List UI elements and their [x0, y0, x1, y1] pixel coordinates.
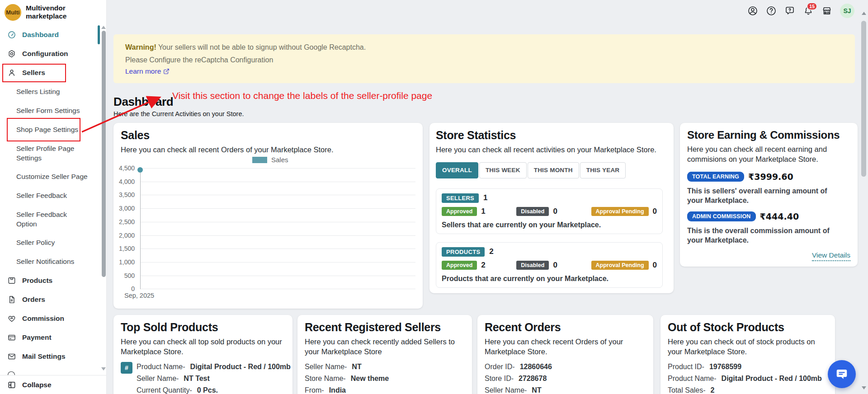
sidebar-item-label: Mail Settings [22, 352, 66, 361]
y-tick: 2,000 [111, 232, 135, 239]
products-total: 2 [489, 247, 493, 256]
view-details-link[interactable]: View Details [812, 251, 850, 261]
sidebar-item-seller-feedback[interactable]: Seller Feedback [0, 186, 101, 205]
sidebar-item-sellers[interactable]: Sellers [0, 63, 101, 82]
sidebar-item-label: Shop Page Settings [16, 126, 78, 134]
collapse-label: Collapse [22, 381, 52, 389]
y-tick: 500 [111, 272, 135, 279]
tab-this-year[interactable]: THIS YEAR [580, 162, 626, 178]
tab-this-month[interactable]: THIS MONTH [528, 162, 579, 178]
detail-row: Seller Name- NT [305, 361, 389, 373]
sidebar-item-label: Seller Notifications [16, 258, 74, 266]
brand: Multi Multivendor marketplace [0, 0, 106, 24]
credit-card-icon [7, 333, 16, 342]
sidebar-scroll-down-arrow[interactable] [101, 367, 106, 371]
collapse-panel-icon [7, 380, 16, 389]
disabled-badge: Disabled [516, 207, 549, 216]
detail-row: Product Name- Digital Product - Red / 10… [137, 361, 291, 373]
recaptcha-warning-banner: Warning! Your sellers will not be able t… [113, 34, 855, 83]
sidebar-item-label: Payment [22, 333, 52, 342]
chat-bubble-icon [835, 367, 849, 381]
y-tick: 1,000 [111, 258, 135, 266]
sidebar-item-seller-profile-page-settings[interactable]: Seller Profile Page Settings [0, 139, 101, 167]
warning-line2: Please Configure the reCaptcha Configura… [125, 54, 843, 66]
sidebar-item-shop-page-settings[interactable]: Shop Page Settings [0, 120, 101, 139]
warning-message: Your sellers will not be able to signup … [158, 43, 366, 51]
help-button[interactable] [766, 5, 777, 16]
total-earning-description: This is sellers' overall earning amount … [687, 186, 844, 205]
approval-pending-badge: Approval Pending [591, 261, 649, 270]
user-account-button[interactable] [747, 5, 758, 16]
sidebar-item-label: Dashboard [22, 31, 59, 39]
store-earning-card: Store Earning & Commissions Here you can… [680, 123, 858, 267]
card-subtitle: Here you can check all top sold products… [121, 337, 285, 356]
gear-icon [7, 49, 16, 58]
recent-orders-card: Recent Orders Here you can check recent … [477, 315, 653, 394]
page-scroll-up-arrow[interactable] [862, 12, 866, 15]
top-sold-products-card: Top Sold Products Here you can check all… [113, 315, 292, 394]
notification-count-badge: 15 [807, 2, 817, 10]
sidebar-item-label: Sellers [22, 69, 45, 77]
sidebar-item-seller-policy[interactable]: Seller Policy [0, 233, 101, 252]
tab-overall[interactable]: OVERALL [436, 162, 478, 178]
help-circle-icon [766, 5, 777, 16]
y-tick: 3,500 [111, 191, 135, 198]
sellers-badge: SELLERS [442, 193, 479, 203]
sidebar-item-customize-seller-page[interactable]: Customize Seller Page [0, 167, 101, 186]
total-earning-badge: TOTAL EARNING [687, 172, 744, 182]
store-statistics-subtitle: Here you can check all recent activities… [436, 145, 667, 155]
sidebar-item-label: Orders [22, 296, 45, 304]
admin-commission-value: ₹444.40 [760, 211, 799, 221]
sidebar-item-sellers-listing[interactable]: Sellers Listing [0, 82, 101, 101]
storefront-button[interactable] [821, 5, 832, 16]
approval-pending-badge: Approval Pending [591, 207, 649, 216]
chat-fab-button[interactable] [828, 360, 856, 388]
sidebar-nav: Dashboard Configuration Sellers Sellers … [0, 25, 101, 375]
card-title: Top Sold Products [121, 321, 285, 334]
sidebar-item-commission[interactable]: Commission [0, 309, 101, 328]
pending-count: 0 [653, 261, 657, 270]
sidebar-item-label: Configuration [22, 50, 68, 58]
products-badge: PRODUCTS [442, 247, 485, 257]
sidebar-item-configuration[interactable]: Configuration [0, 44, 101, 63]
sidebar-item-products[interactable]: Products [0, 271, 101, 290]
sidebar-scroll-up-arrow[interactable] [101, 26, 106, 29]
avatar[interactable]: SJ [840, 4, 854, 18]
sidebar-scrollbar[interactable] [102, 31, 106, 277]
external-link-icon [163, 68, 170, 75]
sellers-group-description: Sellers that are currently on your Marke… [442, 221, 657, 229]
sidebar-item-seller-form-settings[interactable]: Seller Form Settings [0, 101, 101, 120]
sidebar-item-seller-notifications[interactable]: Seller Notifications [0, 252, 101, 271]
page-scroll-down-arrow[interactable] [862, 386, 866, 389]
sales-card: Sales Here you can check all recent Orde… [113, 123, 423, 309]
sidebar-item-payment[interactable]: Payment [0, 328, 101, 347]
page-subtitle: Here are the Current Activities on your … [113, 110, 244, 117]
products-group-description: Products that are currently on your Mark… [442, 275, 657, 283]
recent-registered-sellers-card: Recent Registered Sellers Here you can c… [297, 315, 472, 394]
sidebar-item-mail-settings[interactable]: Mail Settings [0, 347, 101, 366]
earnings-subtitle: Here you can check all recent earning an… [687, 145, 850, 164]
detail-row: Product Name- Digital Product - Red / 10… [668, 373, 822, 385]
app-title: Multivendor marketplace [26, 4, 102, 20]
sellers-stat-group: SELLERS 1 Approved 1 Disabled 0 Approval… [436, 188, 663, 234]
sidebar-item-label: Seller Feedback [16, 192, 67, 200]
page-title: Dashboard [113, 95, 244, 109]
topbar: 15 SJ [747, 4, 854, 18]
sidebar-item-seller-feedback-option[interactable]: Seller Feedback Option [0, 205, 101, 233]
envelope-icon [7, 352, 16, 361]
pending-count: 0 [653, 207, 657, 216]
detail-row: Store ID- 2728678 [485, 373, 552, 385]
page-scrollbar[interactable] [861, 21, 866, 177]
learn-more-link[interactable]: Learn more [125, 67, 170, 75]
y-tick: 4,000 [111, 178, 135, 185]
notifications-button[interactable]: 15 [803, 5, 814, 16]
admin-commission-description: This is the overall commission amount of… [687, 226, 844, 245]
chart-data-point[interactable] [137, 167, 143, 173]
chart-y-axis [140, 168, 141, 289]
y-tick: 0 [111, 285, 135, 292]
feedback-button[interactable] [784, 5, 795, 16]
tab-this-week[interactable]: THIS WEEK [479, 162, 527, 178]
sidebar-item-dashboard[interactable]: Dashboard [0, 25, 101, 44]
sidebar-collapse[interactable]: Collapse [0, 375, 106, 394]
sidebar-item-orders[interactable]: Orders [0, 290, 101, 309]
